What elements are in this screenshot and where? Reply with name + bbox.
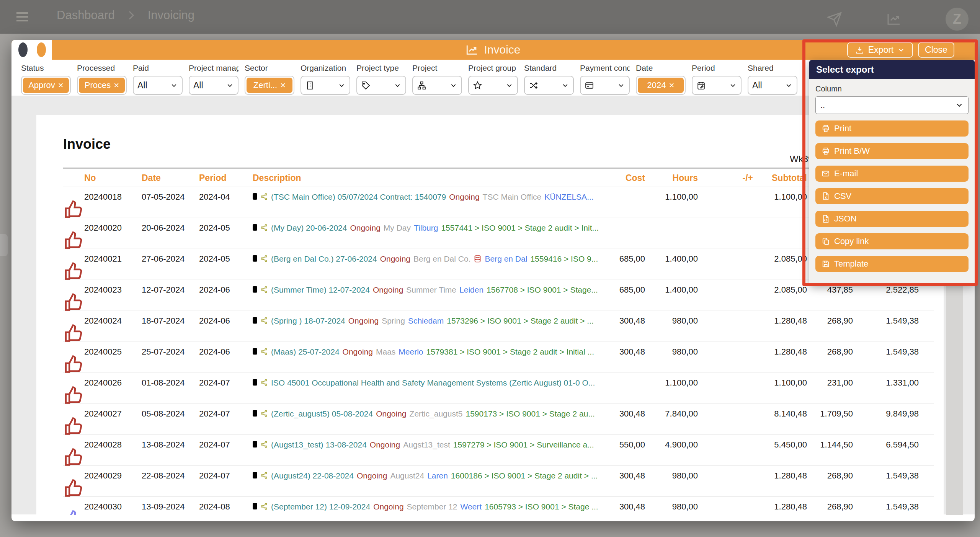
file-json-icon [822,215,830,223]
close-button[interactable]: Close [918,42,954,58]
column-header-period[interactable]: Period [199,173,253,183]
description-segment[interactable]: (TSC Main Office) 05/07/2024 Contract: 1… [271,192,446,202]
share-icon[interactable] [260,472,268,479]
export-print-b-w-button[interactable]: Print B/W [815,143,969,159]
export-e-mail-button[interactable]: E-mail [815,166,969,182]
description-segment[interactable]: (Zertic_august5) 05-08-2024 [271,409,373,418]
share-icon[interactable] [260,379,268,386]
remove-filter-icon[interactable]: × [114,80,119,91]
remove-filter-icon[interactable]: × [669,80,674,91]
export-template-button[interactable]: Template [815,256,969,272]
description-segment[interactable]: (Spring ) 18-07-2024 [271,316,345,325]
column-header-description[interactable]: Description [253,173,614,183]
cell-no: 20240024 [84,311,142,342]
share-icon[interactable] [260,348,268,355]
cell-subtotal: 5.450,00 [753,435,807,465]
export-csv-button[interactable]: CSV [815,188,969,204]
description-segment[interactable]: (Augst13_test) 13-08-2024 [271,440,367,449]
filter-chip: 2024× [638,78,684,93]
description-segment[interactable]: (Maas) 25-07-2024 [271,347,340,356]
color-swatch-icon [253,410,257,417]
description-segment[interactable]: (September 12) 12-09-2024 [271,502,370,511]
column-header-hours[interactable]: Hours [645,173,698,183]
filter-control-shared[interactable]: All [748,76,797,95]
description-segment[interactable]: Schiedam [408,316,444,325]
share-icon[interactable] [260,224,268,231]
filter-control-status[interactable]: Approv× [21,76,71,95]
description-segment[interactable]: Leiden [459,285,483,295]
filter-control-sector[interactable]: Zerti...× [245,76,294,95]
share-icon[interactable] [260,286,268,293]
thumbs-up-icon[interactable] [63,504,84,515]
filter-control-project-group[interactable] [468,76,518,95]
cell-hours: 980,00 [645,466,698,496]
cell-total: 1.331,00 [853,373,919,404]
cell-date: 18-07-2024 [142,311,199,342]
cell-cost: 300,48 [614,497,645,515]
description-segment[interactable]: KÜNZELSA... [544,192,593,202]
filter-control-project-manager[interactable]: All [189,76,238,95]
share-icon[interactable] [260,410,268,417]
cell-no: 20240026 [84,373,142,404]
breadcrumb-invoicing[interactable]: Invoicing [148,8,194,22]
table-row: 2024002127-06-20242024-05(Berg en Dal Co… [63,249,934,280]
avatar[interactable]: Z [946,8,969,31]
export-copy-link-button[interactable]: Copy link [815,233,969,249]
share-icon[interactable] [260,317,268,324]
share-icon[interactable] [260,503,268,510]
filter-control-paid[interactable]: All [133,76,183,95]
description-segment[interactable]: Meerlo [399,347,423,356]
column-header-cost[interactable]: Cost [614,173,645,183]
filter-control-organization[interactable] [301,76,350,95]
hamburger-menu-icon[interactable] [15,9,30,24]
remove-filter-icon[interactable]: × [280,80,286,91]
share-icon[interactable] [260,193,268,200]
description-segment[interactable]: Tilburg [414,223,438,233]
column-header-date[interactable]: Date [142,173,199,183]
share-icon[interactable] [260,441,268,448]
color-swatch-icon [253,472,257,478]
side-tab[interactable] [0,234,8,256]
column-header-subtotal[interactable]: Subtotal [753,173,807,183]
filter-control-payment-conditi[interactable] [580,76,630,95]
color-swatch-icon [253,193,257,200]
filter-control-project-type[interactable] [356,76,406,95]
filter-control-processed[interactable]: Proces× [77,76,127,95]
table-row: 2024002020-06-20242024-05(My Day) 20-06-… [63,218,934,249]
export-button[interactable]: Export [847,42,913,58]
filter-payment-conditi: Payment conditi [580,63,630,98]
cell-plusminus [698,342,753,373]
description-segment[interactable]: Berg en Dal [485,254,527,264]
filter-control-standard[interactable] [524,76,574,95]
breadcrumb-dashboard[interactable]: Dashboard [57,8,115,22]
share-icon[interactable] [260,255,268,262]
description-segment[interactable]: (Berg en Dal Co.) 27-06-2024 [271,254,377,264]
filter-control-date[interactable]: 2024× [636,76,686,95]
filter-label: Date [636,63,686,74]
description-segment[interactable]: Laren [427,471,448,480]
color-swatch-icon [253,317,257,324]
cell-no: 20240028 [84,435,142,465]
chevron-down-icon [505,81,513,90]
description-segment[interactable]: (August24) 22-08-2024 [271,471,354,480]
filter-label: Shared [748,63,797,74]
description-segment[interactable]: Weert [461,502,482,511]
description-segment[interactable]: ISO 45001 Occupational Health and Safety… [271,378,595,387]
send-icon[interactable] [827,11,842,27]
export-json-button[interactable]: JSON [815,211,969,227]
filter-control-project[interactable] [412,76,462,95]
remove-filter-icon[interactable]: × [58,80,64,91]
cell-subtotal: 2.085,00 [753,280,807,311]
column-select[interactable]: .. [815,96,969,114]
filter-control-period[interactable] [692,76,742,95]
cell-period: 2024-07 [199,466,253,496]
filter-organization: Organization [301,63,350,98]
description-segment[interactable]: (Summer Time) 12-07-2024 [271,285,370,295]
chevron-down-icon [729,81,737,90]
column-header-[interactable]: -/+ [698,173,753,183]
column-header-no[interactable]: No [84,173,142,183]
cell-description: (Berg en Dal Co.) 27-06-2024OngoingBerg … [253,249,614,280]
description-segment[interactable]: (My Day) 20-06-2024 [271,223,347,233]
export-print-button[interactable]: Print [815,120,969,137]
chart-icon[interactable] [886,11,902,27]
